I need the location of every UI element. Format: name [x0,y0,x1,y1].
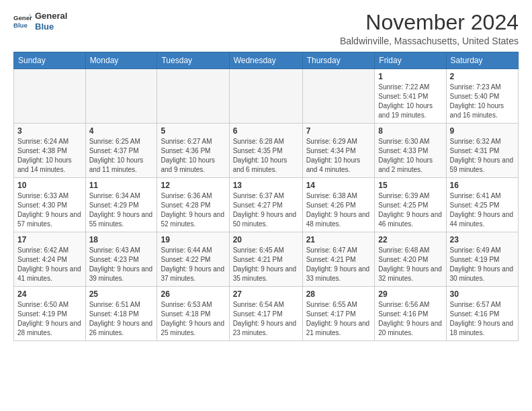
svg-text:Blue: Blue [13,21,28,28]
day-cell: 4Sunrise: 6:25 AM Sunset: 4:37 PM Daylig… [85,124,157,178]
day-number: 17 [17,235,82,244]
day-number: 28 [306,289,371,299]
day-number: 12 [161,181,225,190]
day-number: 5 [161,126,225,136]
col-header-sunday: Sunday [14,52,86,69]
day-info: Sunrise: 6:25 AM Sunset: 4:37 PM Dayligh… [89,137,154,175]
day-info: Sunrise: 6:38 AM Sunset: 4:26 PM Dayligh… [306,191,371,229]
day-cell: 6Sunrise: 6:28 AM Sunset: 4:35 PM Daylig… [229,124,302,178]
day-info: Sunrise: 7:22 AM Sunset: 5:41 PM Dayligh… [378,83,442,120]
day-cell: 12Sunrise: 6:36 AM Sunset: 4:28 PM Dayli… [157,178,229,232]
day-number: 4 [89,126,154,136]
col-header-monday: Monday [85,52,157,69]
day-info: Sunrise: 7:23 AM Sunset: 5:40 PM Dayligh… [450,83,515,120]
day-number: 1 [378,72,442,81]
day-cell: 20Sunrise: 6:45 AM Sunset: 4:21 PM Dayli… [229,232,302,287]
day-info: Sunrise: 6:27 AM Sunset: 4:36 PM Dayligh… [161,137,225,175]
day-number: 26 [161,289,225,299]
day-cell: 19Sunrise: 6:44 AM Sunset: 4:22 PM Dayli… [157,232,229,287]
day-info: Sunrise: 6:57 AM Sunset: 4:16 PM Dayligh… [450,300,515,338]
col-header-saturday: Saturday [446,52,518,69]
day-number: 14 [306,181,371,190]
day-cell [157,69,229,124]
day-cell: 9Sunrise: 6:32 AM Sunset: 4:31 PM Daylig… [446,124,518,178]
day-cell: 30Sunrise: 6:57 AM Sunset: 4:16 PM Dayli… [446,287,518,341]
day-info: Sunrise: 6:34 AM Sunset: 4:29 PM Dayligh… [89,191,154,229]
day-cell: 23Sunrise: 6:49 AM Sunset: 4:19 PM Dayli… [446,232,518,287]
day-number: 10 [17,181,82,190]
day-cell [85,69,157,124]
col-header-thursday: Thursday [302,52,375,69]
day-info: Sunrise: 6:24 AM Sunset: 4:38 PM Dayligh… [17,137,82,175]
week-row-3: 10Sunrise: 6:33 AM Sunset: 4:30 PM Dayli… [14,178,519,232]
day-number: 7 [306,126,371,136]
day-cell: 26Sunrise: 6:53 AM Sunset: 4:18 PM Dayli… [157,287,229,341]
day-info: Sunrise: 6:39 AM Sunset: 4:25 PM Dayligh… [378,191,442,229]
week-row-2: 3Sunrise: 6:24 AM Sunset: 4:38 PM Daylig… [14,124,519,178]
day-number: 20 [233,235,299,244]
logo: General Blue General Blue [13,11,67,32]
day-number: 15 [378,181,442,190]
week-row-5: 24Sunrise: 6:50 AM Sunset: 4:19 PM Dayli… [14,287,519,341]
day-cell: 18Sunrise: 6:43 AM Sunset: 4:23 PM Dayli… [85,232,157,287]
col-header-wednesday: Wednesday [229,52,302,69]
day-cell: 11Sunrise: 6:34 AM Sunset: 4:29 PM Dayli… [85,178,157,232]
day-info: Sunrise: 6:33 AM Sunset: 4:30 PM Dayligh… [17,191,82,229]
day-info: Sunrise: 6:30 AM Sunset: 4:33 PM Dayligh… [378,137,442,175]
day-cell: 22Sunrise: 6:48 AM Sunset: 4:20 PM Dayli… [375,232,446,287]
day-cell: 25Sunrise: 6:51 AM Sunset: 4:18 PM Dayli… [85,287,157,341]
day-number: 3 [17,126,82,136]
day-cell: 24Sunrise: 6:50 AM Sunset: 4:19 PM Dayli… [14,287,86,341]
day-info: Sunrise: 6:41 AM Sunset: 4:25 PM Dayligh… [450,191,515,229]
day-cell [229,69,302,124]
day-number: 21 [306,235,371,244]
day-info: Sunrise: 6:43 AM Sunset: 4:23 PM Dayligh… [89,246,154,283]
day-info: Sunrise: 6:32 AM Sunset: 4:31 PM Dayligh… [450,137,515,175]
day-info: Sunrise: 6:44 AM Sunset: 4:22 PM Dayligh… [161,246,225,283]
day-info: Sunrise: 6:51 AM Sunset: 4:18 PM Dayligh… [89,300,154,338]
day-cell: 28Sunrise: 6:55 AM Sunset: 4:17 PM Dayli… [302,287,375,341]
day-info: Sunrise: 6:28 AM Sunset: 4:35 PM Dayligh… [233,137,299,175]
day-info: Sunrise: 6:36 AM Sunset: 4:28 PM Dayligh… [161,191,225,229]
col-header-friday: Friday [375,52,446,69]
day-cell: 21Sunrise: 6:47 AM Sunset: 4:21 PM Dayli… [302,232,375,287]
header-row: SundayMondayTuesdayWednesdayThursdayFrid… [14,52,519,69]
logo-icon: General Blue [13,12,32,31]
day-cell: 10Sunrise: 6:33 AM Sunset: 4:30 PM Dayli… [14,178,86,232]
col-header-tuesday: Tuesday [157,52,229,69]
day-number: 9 [450,126,515,136]
day-cell: 3Sunrise: 6:24 AM Sunset: 4:38 PM Daylig… [14,124,86,178]
day-info: Sunrise: 6:37 AM Sunset: 4:27 PM Dayligh… [233,191,299,229]
day-info: Sunrise: 6:42 AM Sunset: 4:24 PM Dayligh… [17,246,82,283]
day-cell: 1Sunrise: 7:22 AM Sunset: 5:41 PM Daylig… [375,69,446,124]
day-info: Sunrise: 6:49 AM Sunset: 4:19 PM Dayligh… [450,246,515,283]
day-number: 13 [233,181,299,190]
calendar-table: SundayMondayTuesdayWednesdayThursdayFrid… [13,52,519,341]
header: General Blue General Blue November 2024 … [13,11,519,46]
week-row-1: 1Sunrise: 7:22 AM Sunset: 5:41 PM Daylig… [14,69,519,124]
day-number: 30 [450,289,515,299]
day-cell: 15Sunrise: 6:39 AM Sunset: 4:25 PM Dayli… [375,178,446,232]
day-number: 25 [89,289,154,299]
day-number: 27 [233,289,299,299]
day-number: 8 [378,126,442,136]
day-cell: 16Sunrise: 6:41 AM Sunset: 4:25 PM Dayli… [446,178,518,232]
day-number: 22 [378,235,442,244]
day-cell: 8Sunrise: 6:30 AM Sunset: 4:33 PM Daylig… [375,124,446,178]
day-info: Sunrise: 6:56 AM Sunset: 4:16 PM Dayligh… [378,300,442,338]
day-cell: 2Sunrise: 7:23 AM Sunset: 5:40 PM Daylig… [446,69,518,124]
day-cell: 7Sunrise: 6:29 AM Sunset: 4:34 PM Daylig… [302,124,375,178]
day-number: 6 [233,126,299,136]
day-cell: 13Sunrise: 6:37 AM Sunset: 4:27 PM Dayli… [229,178,302,232]
day-info: Sunrise: 6:54 AM Sunset: 4:17 PM Dayligh… [233,300,299,338]
day-number: 16 [450,181,515,190]
day-cell: 17Sunrise: 6:42 AM Sunset: 4:24 PM Dayli… [14,232,86,287]
week-row-4: 17Sunrise: 6:42 AM Sunset: 4:24 PM Dayli… [14,232,519,287]
day-cell: 27Sunrise: 6:54 AM Sunset: 4:17 PM Dayli… [229,287,302,341]
day-number: 2 [450,72,515,81]
page: General Blue General Blue November 2024 … [0,0,532,348]
location-subtitle: Baldwinville, Massachusetts, United Stat… [340,36,519,46]
day-cell [302,69,375,124]
month-title: November 2024 [340,11,519,34]
logo-line1: General [35,11,67,21]
